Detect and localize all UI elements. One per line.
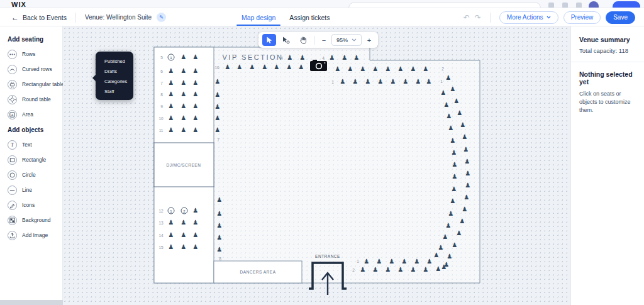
menu-item-categories[interactable]: Categories xyxy=(96,76,133,86)
save-button[interactable]: Save xyxy=(606,11,635,24)
seat[interactable]: ♟ xyxy=(391,79,396,85)
seat[interactable]: ♟ xyxy=(169,115,174,121)
zoom-in-button[interactable]: + xyxy=(365,36,374,44)
seat[interactable]: ♟ xyxy=(193,219,199,226)
seat[interactable]: ♟ xyxy=(462,206,468,213)
seat[interactable]: ♟ xyxy=(457,110,463,116)
seat[interactable]: ♟ xyxy=(452,186,457,192)
seat[interactable]: ♟ xyxy=(365,79,371,85)
seat[interactable]: ♟ xyxy=(217,211,223,217)
seat[interactable]: ♟ xyxy=(340,79,346,85)
dj-mc-screen-label[interactable]: DJ/MC/SCREEN xyxy=(167,163,201,167)
seat[interactable]: ♟ xyxy=(335,66,341,72)
seat[interactable]: ♟ xyxy=(438,245,444,251)
sidebar-item-text[interactable]: TText xyxy=(8,137,62,152)
seat[interactable]: ♟ xyxy=(193,127,199,133)
seat[interactable]: ♟ xyxy=(348,66,353,72)
vip-section-label[interactable]: VIP SECTION xyxy=(223,53,284,61)
seat[interactable]: ♟ xyxy=(465,182,471,189)
seat[interactable]: ♟ xyxy=(460,122,466,128)
seat[interactable]: ♟ xyxy=(386,66,391,72)
seat[interactable]: ♟ xyxy=(225,64,231,70)
seat[interactable]: ♟ xyxy=(360,267,366,273)
sidebar-item-icons[interactable]: Icons xyxy=(8,197,62,213)
seat[interactable]: ♟ xyxy=(217,223,223,229)
seat[interactable]: ♟ xyxy=(373,66,379,72)
seat[interactable]: ♟ xyxy=(454,98,460,104)
seat[interactable]: ♟ xyxy=(448,125,454,131)
seat[interactable]: ♟ xyxy=(452,162,458,168)
seat[interactable]: ♟ xyxy=(416,79,421,85)
pan-tool-button[interactable] xyxy=(296,34,310,46)
seat[interactable]: ♟ xyxy=(217,197,223,203)
sidebar-item-add-image[interactable]: Add Image xyxy=(8,228,62,243)
tab-map-design[interactable]: Map design xyxy=(242,8,275,26)
seat[interactable]: ♟ xyxy=(378,79,384,85)
seat[interactable]: ♟ xyxy=(411,66,416,72)
redo-icon[interactable]: ↷ xyxy=(475,14,481,21)
avatar[interactable] xyxy=(589,1,599,8)
tab-assign-tickets[interactable]: Assign tickets xyxy=(289,8,330,26)
seat[interactable]: ♟ xyxy=(364,258,370,265)
seat[interactable]: ♟ xyxy=(446,223,452,229)
seat[interactable]: ♟ xyxy=(450,138,456,144)
menu-item-drafts[interactable]: Drafts xyxy=(96,66,133,76)
seat[interactable]: ♟ xyxy=(169,127,174,133)
seat[interactable]: ♟ xyxy=(287,55,293,61)
seat[interactable]: ♟ xyxy=(237,64,243,70)
seat[interactable]: ♟ xyxy=(465,158,470,165)
seat[interactable]: ♟ xyxy=(215,79,221,85)
sidebar-item-round-table[interactable]: Round table xyxy=(8,92,62,107)
seat[interactable]: ♟ xyxy=(193,103,199,109)
global-search-input[interactable] xyxy=(348,2,541,8)
seating-map-canvas[interactable]: VIP SECTION DJ/MC/SCREEN DANCERS AREA EN… xyxy=(63,26,570,305)
preview-button[interactable]: Preview xyxy=(564,11,601,24)
seat[interactable]: ♟ xyxy=(169,219,174,226)
seat[interactable]: ♟ xyxy=(423,267,429,273)
numbered-seat[interactable]: 2 xyxy=(181,208,188,214)
seat[interactable]: ♟ xyxy=(215,92,221,98)
dancers-area-label[interactable]: DANCERS AREA xyxy=(240,270,276,274)
seat[interactable]: ♟ xyxy=(441,264,447,270)
select-tool-button[interactable] xyxy=(262,34,276,46)
seat[interactable]: ♟ xyxy=(447,113,452,119)
sidebar-item-area[interactable]: AArea xyxy=(8,107,62,122)
zoom-out-button[interactable]: − xyxy=(319,36,328,44)
sidebar-item-rectangular-table[interactable]: Rectangular table xyxy=(8,77,62,92)
sidebar-item-line[interactable]: Line xyxy=(8,182,62,197)
seat[interactable]: ♟ xyxy=(427,258,433,265)
seat[interactable]: ♟ xyxy=(373,267,379,273)
seat[interactable]: ♟ xyxy=(181,103,187,109)
seat[interactable]: ♟ xyxy=(215,104,221,110)
seat[interactable]: ♟ xyxy=(450,198,456,204)
seat[interactable]: ♟ xyxy=(181,232,187,238)
seat[interactable]: ♟ xyxy=(193,68,199,74)
seat[interactable]: ♟ xyxy=(169,244,174,250)
seat[interactable]: ♟ xyxy=(169,232,174,238)
seat[interactable]: ♟ xyxy=(460,218,465,225)
seat[interactable]: ♟ xyxy=(386,267,391,273)
sidebar-item-rows[interactable]: Rows xyxy=(8,47,62,62)
sidebar-item-circle[interactable]: Circle xyxy=(8,167,62,182)
seat[interactable]: ♟ xyxy=(446,75,452,81)
seat[interactable]: ♟ xyxy=(452,242,458,248)
back-to-events-button[interactable]: ← Back to Events xyxy=(11,13,67,22)
seat[interactable]: ♟ xyxy=(181,244,187,250)
sidebar-item-curved-rows[interactable]: Curved rows xyxy=(8,62,62,77)
seat[interactable]: ♟ xyxy=(448,211,454,217)
seat[interactable]: ♟ xyxy=(377,258,382,265)
seat[interactable]: ♟ xyxy=(169,91,174,97)
numbered-seat[interactable]: 1 xyxy=(168,54,175,61)
seat[interactable]: ♟ xyxy=(423,66,429,72)
seat[interactable]: ♟ xyxy=(217,235,223,241)
seat[interactable]: ♟ xyxy=(441,90,447,96)
seat[interactable]: ♟ xyxy=(426,79,432,85)
undo-icon[interactable]: ↶ xyxy=(464,14,470,21)
seat[interactable]: ♟ xyxy=(353,79,358,85)
seat[interactable]: ♟ xyxy=(193,54,199,60)
seat[interactable]: ♟ xyxy=(452,150,457,156)
seat[interactable]: ♟ xyxy=(193,244,199,250)
seat[interactable]: ♟ xyxy=(403,79,409,85)
seat[interactable]: ♟ xyxy=(411,267,416,273)
seat[interactable]: ♟ xyxy=(274,64,280,70)
